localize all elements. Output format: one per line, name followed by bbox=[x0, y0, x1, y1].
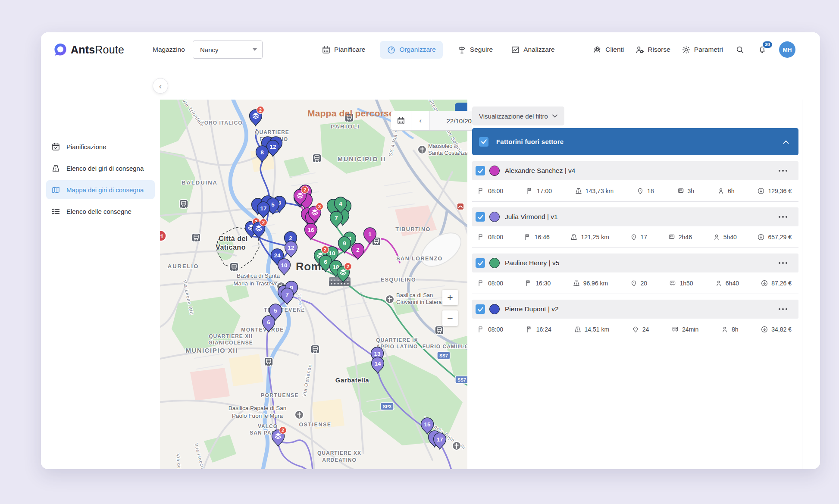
sidebar-item[interactable]: Pianificazione bbox=[46, 137, 155, 156]
road-icon bbox=[575, 187, 582, 195]
map-label: PORTUENSE bbox=[261, 392, 299, 398]
search-button[interactable] bbox=[734, 44, 745, 55]
collapse-sidebar-button[interactable]: ‹ bbox=[153, 78, 168, 94]
stat-value: 2h46 bbox=[679, 234, 692, 241]
nav-item-seguire[interactable]: Seguire bbox=[454, 41, 496, 59]
map-label: OSTIENSE bbox=[299, 422, 331, 428]
van-icon bbox=[669, 279, 676, 287]
nav-item-clienti[interactable]: Clienti bbox=[593, 41, 624, 59]
panel-scrollbar-track[interactable] bbox=[802, 100, 802, 469]
filter-view-button[interactable]: Visualizzazione del filtro bbox=[472, 106, 564, 125]
nav-item-organizzare[interactable]: Organizzare bbox=[380, 41, 442, 59]
nav-item-parametri[interactable]: Parametri bbox=[682, 41, 723, 59]
train-icon bbox=[192, 233, 200, 242]
sidebar-item-label: Elenco dei giri di consegna bbox=[66, 165, 144, 172]
gauge-icon bbox=[387, 45, 396, 54]
alert-icon bbox=[457, 203, 464, 210]
notifications-button[interactable]: 30 bbox=[757, 44, 768, 55]
train-icon bbox=[230, 263, 238, 271]
persongear-icon bbox=[635, 45, 644, 54]
group-title: Fattorini fuori settore bbox=[496, 138, 564, 145]
driver-group-header[interactable]: Fattorini fuori settore bbox=[472, 128, 798, 155]
driver-stats-row: 08:0016:2414,51 km2424min8h34,82 € bbox=[472, 319, 798, 340]
svg-text:17: 17 bbox=[260, 205, 266, 212]
driver-card-header[interactable]: Pierre Dupont | v2 bbox=[472, 300, 798, 319]
driver-card-header[interactable]: Alexandre Sanchez | v4 bbox=[472, 161, 798, 180]
driver-card-header[interactable]: Pauline Henry | v5 bbox=[472, 254, 798, 272]
check-icon bbox=[477, 168, 484, 174]
driver-checkbox[interactable] bbox=[476, 212, 485, 222]
signpost-icon bbox=[457, 45, 466, 54]
sidebar-item-label: Pianificazione bbox=[66, 143, 106, 150]
church-icon bbox=[295, 410, 304, 419]
zoom-out-button[interactable]: − bbox=[442, 310, 458, 326]
euro-icon bbox=[757, 233, 765, 241]
map-label: Basilica di San bbox=[396, 292, 433, 298]
map-label: ESQUILINO bbox=[381, 277, 416, 283]
zoom-in-button[interactable]: + bbox=[442, 290, 458, 305]
svg-text:2: 2 bbox=[259, 107, 262, 113]
svg-text:16: 16 bbox=[307, 227, 314, 233]
svg-text:4: 4 bbox=[339, 200, 342, 207]
route-map[interactable]: FORO ITALICOQUARTIEREFLAMINIOPARIOLIMUNI… bbox=[160, 100, 467, 469]
stat-euro: 87,26 € bbox=[761, 279, 792, 287]
brand-logo[interactable]: AntsRoute bbox=[54, 32, 124, 67]
previous-day-button[interactable]: ‹ bbox=[411, 111, 430, 130]
stat-value: 24 bbox=[642, 326, 649, 333]
chevron-up-icon[interactable] bbox=[783, 138, 789, 146]
driver-menu-button[interactable] bbox=[779, 308, 787, 310]
user-avatar[interactable]: MH bbox=[779, 41, 795, 58]
driver-checkbox[interactable] bbox=[476, 166, 485, 175]
driver-card: Alexandre Sanchez | v408:0017:00143,73 k… bbox=[472, 161, 798, 202]
check-icon bbox=[477, 260, 484, 266]
nav-item-label: Risorse bbox=[648, 46, 670, 53]
stat-person: 8h bbox=[721, 326, 739, 333]
nav-item-risorse[interactable]: Risorse bbox=[635, 41, 670, 59]
stat-value: 08:00 bbox=[488, 188, 503, 194]
nav-item-pianificare[interactable]: Pianificare bbox=[318, 41, 369, 59]
svg-text:1: 1 bbox=[368, 231, 372, 238]
map-label: QUARTIERE XII bbox=[209, 333, 253, 339]
map-label: Vaticano bbox=[216, 244, 246, 251]
svg-text:8: 8 bbox=[260, 149, 264, 156]
antsroute-logo-icon bbox=[54, 43, 67, 56]
driver-menu-button[interactable] bbox=[779, 262, 787, 264]
people-icon bbox=[593, 45, 602, 54]
sidebar-item[interactable]: Elenco dei giri di consegna bbox=[46, 159, 155, 178]
stat-value: 24min bbox=[682, 326, 698, 333]
group-checkbox[interactable] bbox=[479, 137, 488, 147]
check-icon bbox=[481, 139, 487, 144]
map-label: PARIOLI bbox=[331, 123, 360, 130]
driver-menu-button[interactable] bbox=[779, 216, 787, 218]
train-icon bbox=[311, 345, 319, 354]
driver-card-header[interactable]: Julia Virmond | v1 bbox=[472, 207, 798, 226]
map-label: GIANICOLENSE bbox=[208, 340, 253, 346]
brand-text: AntsRoute bbox=[71, 44, 124, 56]
driver-checkbox[interactable] bbox=[476, 258, 485, 268]
road-icon bbox=[573, 279, 580, 287]
sidebar-item[interactable]: Mappa dei giri di consegna bbox=[46, 180, 155, 199]
search-icon bbox=[736, 45, 744, 54]
stat-value: 08:00 bbox=[488, 280, 503, 287]
warehouse-select[interactable]: Nancy bbox=[193, 41, 263, 59]
nav-item-label: Parametri bbox=[694, 46, 723, 53]
sidebar-item[interactable]: Elenco delle consegne bbox=[46, 202, 155, 221]
road-badge: SP3 bbox=[381, 403, 394, 410]
svg-text:15: 15 bbox=[424, 421, 431, 428]
stat-flag: 08:00 bbox=[477, 279, 503, 287]
driver-name: Pauline Henry | v5 bbox=[505, 259, 559, 267]
svg-text:12: 12 bbox=[288, 244, 294, 251]
flag-icon bbox=[477, 233, 485, 241]
euro-icon bbox=[757, 187, 765, 195]
stat-road: 143,73 km bbox=[575, 187, 614, 195]
stat-value: 08:00 bbox=[488, 326, 503, 333]
driver-color-dot bbox=[489, 304, 500, 314]
driver-checkbox[interactable] bbox=[476, 304, 485, 314]
nav-right: ClientiRisorseParametri 30 MH bbox=[593, 32, 795, 67]
driver-menu-button[interactable] bbox=[779, 170, 787, 172]
svg-text:6: 6 bbox=[324, 259, 327, 265]
nav-item-analizzare[interactable]: Analizzare bbox=[507, 41, 558, 59]
calendar-button[interactable] bbox=[391, 111, 411, 130]
nav-item-label: Organizzare bbox=[399, 46, 435, 53]
stat-value: 1h50 bbox=[679, 280, 693, 287]
